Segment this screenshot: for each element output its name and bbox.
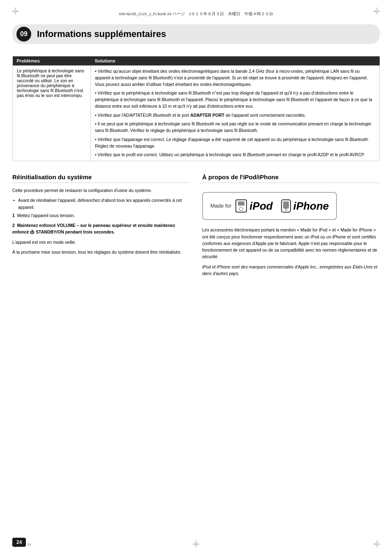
solution-5: • Vérifiez que l'appairage est correct. … — [95, 136, 375, 150]
page-number: 24 — [12, 538, 26, 547]
metadata-text: XW-NAS5_CUX_J_Fr.book 24 ページ 2０１０年６月３日 木… — [119, 12, 274, 17]
step-2-label: 2 — [12, 223, 17, 228]
reinitialisation-intro: Cette procédure permet de restaurer la c… — [12, 187, 190, 194]
solution-4: • Il se peut que le périphérique à techn… — [95, 121, 375, 134]
step-2-text: Maintenez enfoncé VOLUME – sur le pannea… — [12, 223, 175, 234]
apropos-para2-text: iPod et iPhone sont des marques commerci… — [202, 264, 377, 276]
problem-text: Le périphérique à technologie sans fil B… — [17, 68, 84, 98]
solutions-cell: • Vérifiez qu'aucun objet émettant des o… — [91, 66, 380, 161]
page: XW-NAS5_CUX_J_Fr.book 24 ページ 2０１０年６月３日 木… — [0, 0, 392, 555]
reinitialisation-title: Réinitialisation du système — [12, 173, 190, 183]
made-for-badge: Made for iPod — [202, 192, 337, 220]
reinitialisation-bullet1: Avant de réinitialiser l'appareil, débra… — [12, 197, 190, 210]
badge-iphone-text: iPhone — [293, 198, 329, 214]
corner-mark-tl — [12, 7, 19, 15]
apropos-para2: iPod et iPhone sont des marques commerci… — [202, 264, 380, 277]
bottom-center-mark — [192, 540, 200, 548]
section-number: 09 — [16, 27, 31, 42]
reinitialisation-note2: À la prochaine mise sous tension, tous l… — [12, 249, 190, 255]
solution-3: • Vérifiez que l'ADAPTATEUR Bluetooth et… — [95, 112, 375, 119]
ipod-icon — [235, 199, 247, 213]
iphone-icon — [281, 199, 291, 213]
step-1-label: 1 — [12, 213, 17, 218]
step-2: 2 Maintenez enfoncé VOLUME – sur le pann… — [12, 222, 190, 236]
apropos-section: À propos de l'iPod/iPhone Made for iPod — [202, 173, 380, 280]
table-row: Le périphérique à technologie sans fil B… — [13, 66, 380, 161]
apropos-title: À propos de l'iPod/iPhone — [202, 173, 380, 183]
footer-lang: Fr — [28, 543, 31, 547]
reinitialisation-note1: L'appareil est mis en mode veille. — [12, 239, 190, 245]
apropos-para1: Les accessoires électroniques portant la… — [202, 227, 380, 260]
problems-table: Problèmes Solutions Le périphérique à te… — [12, 56, 380, 161]
section-title: Informations supplémentaires — [37, 29, 166, 39]
badge-ipod-text: iPod — [249, 198, 272, 214]
ipod-screen — [238, 201, 244, 206]
reinitialisation-section: Réinitialisation du système Cette procéd… — [12, 173, 190, 280]
table-header-problems: Problèmes — [13, 56, 91, 66]
iphone-screen — [283, 201, 289, 208]
table-header-solutions: Solutions — [91, 56, 380, 66]
step-1: 1 Mettez l'appareil sous tension. — [12, 212, 190, 219]
solution-2: • Vérifiez que le périphérique à technol… — [95, 90, 375, 109]
corner-mark-tr — [373, 7, 380, 15]
section-header: 09 Informations supplémentaires — [12, 24, 380, 44]
apropos-body: Made for iPod — [202, 187, 380, 277]
ipod-wheel — [239, 207, 243, 211]
content-columns: Réinitialisation du système Cette procéd… — [12, 173, 380, 280]
reinitialisation-body: Cette procédure permet de restaurer la c… — [12, 187, 190, 255]
step-1-text: Mettez l'appareil sous tension. — [17, 213, 75, 218]
problem-cell: Le périphérique à technologie sans fil B… — [13, 66, 91, 161]
reinitialisation-list: Avant de réinitialiser l'appareil, débra… — [12, 197, 190, 210]
metadata-bar: XW-NAS5_CUX_J_Fr.book 24 ページ 2０１０年６月３日 木… — [12, 8, 380, 20]
solution-1: • Vérifiez qu'aucun objet émettant des o… — [95, 68, 375, 88]
badge-made-for: Made for — [210, 203, 231, 209]
badge-ipod-group: iPod — [235, 198, 272, 214]
solution-6: • Vérifiez que le profil est correct. Ut… — [95, 152, 375, 158]
badge-iphone-group: iPhone — [281, 198, 329, 214]
iphone-button — [285, 208, 287, 211]
